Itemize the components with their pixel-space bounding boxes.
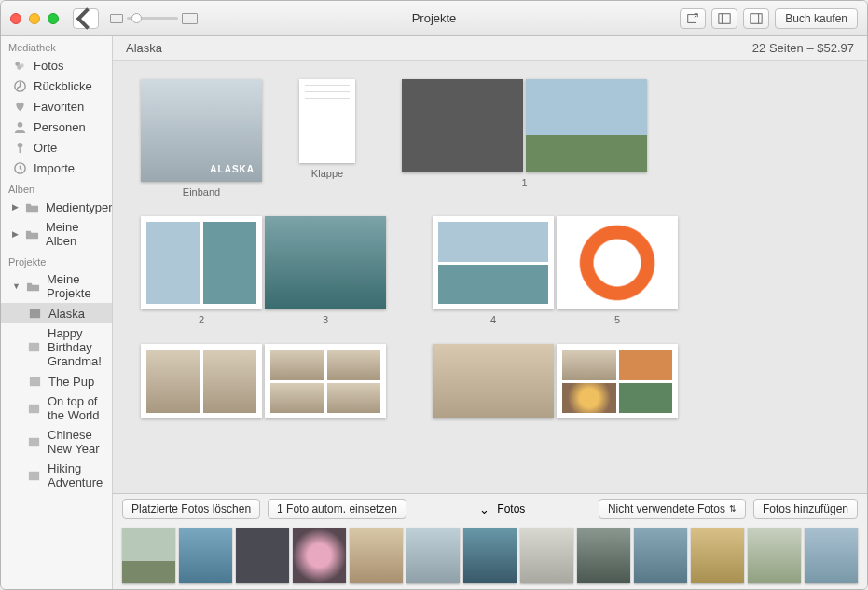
pages-grid[interactable]: ALASKA Einband Klappe xyxy=(113,61,867,493)
cover-page[interactable]: ALASKA xyxy=(141,79,262,182)
page-label: 2 xyxy=(199,314,204,325)
pin-icon xyxy=(12,140,27,155)
page-4[interactable] xyxy=(433,216,554,309)
layout-toggle-button[interactable] xyxy=(743,8,769,29)
updown-icon: ⇅ xyxy=(729,504,737,514)
strip-thumb[interactable] xyxy=(179,528,232,583)
page-9[interactable] xyxy=(557,344,678,418)
sidebar-item-imports[interactable]: Importe xyxy=(1,158,112,178)
zoom-slider[interactable] xyxy=(110,13,198,24)
strip-thumb[interactable] xyxy=(634,528,687,583)
minimize-window-button[interactable] xyxy=(29,13,40,24)
sidebar-item-world[interactable]: On top of the World xyxy=(1,391,112,425)
sidebar-item-myalbums[interactable]: ▶Meine Alben xyxy=(1,217,112,251)
cover-title-text: ALASKA xyxy=(210,164,255,174)
page-3[interactable] xyxy=(265,216,386,309)
folder-icon xyxy=(25,199,39,214)
spread-8[interactable] xyxy=(433,344,554,418)
sidebar-label: Orte xyxy=(34,141,57,155)
svg-point-7 xyxy=(17,65,21,70)
page-label: Klappe xyxy=(311,168,343,179)
page-7[interactable] xyxy=(265,344,386,418)
sidebar-item-places[interactable]: Orte xyxy=(1,137,112,158)
sidebar-item-birthday[interactable]: Happy Birthday Grandma! xyxy=(1,323,112,371)
spread-2[interactable]: 2 xyxy=(141,216,262,325)
spread-1[interactable]: 1 xyxy=(402,79,647,198)
chevron-down-icon[interactable]: ⌄ xyxy=(479,502,489,516)
strip-thumb[interactable] xyxy=(691,528,744,583)
sidebar-item-alaska[interactable]: Alaska xyxy=(1,303,112,323)
page-left[interactable] xyxy=(402,79,523,172)
spread-9[interactable] xyxy=(557,344,678,418)
strip-thumb[interactable] xyxy=(805,528,858,583)
bottom-bar: Platzierte Fotos löschen 1 Foto autom. e… xyxy=(113,493,867,590)
folder-icon xyxy=(26,279,40,294)
close-window-button[interactable] xyxy=(10,13,21,24)
spread-6[interactable] xyxy=(141,344,262,418)
clock-icon xyxy=(12,160,27,175)
sidebar-label: Rückblicke xyxy=(34,79,92,93)
auto-place-button[interactable]: 1 Foto autom. einsetzen xyxy=(268,499,406,519)
back-button[interactable] xyxy=(73,8,99,29)
book-icon xyxy=(27,306,42,321)
spread-5[interactable]: 5 xyxy=(557,216,678,325)
book-icon xyxy=(27,340,41,355)
buy-book-button[interactable]: Buch kaufen xyxy=(775,8,858,29)
strip-thumb[interactable] xyxy=(236,528,289,583)
strip-thumb[interactable] xyxy=(293,528,346,583)
photo-strip[interactable] xyxy=(113,524,867,590)
sidebar-item-myprojects[interactable]: ▼Meine Projekte xyxy=(1,269,112,303)
project-meta: 22 Seiten – $52.97 xyxy=(752,41,854,55)
strip-thumb[interactable] xyxy=(520,528,573,583)
chevron-right-icon: ▶ xyxy=(12,202,19,212)
book-icon xyxy=(27,468,41,483)
strip-thumb[interactable] xyxy=(406,528,460,583)
heart-icon xyxy=(12,99,27,114)
sidebar-item-pup[interactable]: The Pup xyxy=(1,371,112,391)
sidebar-item-people[interactable]: Personen xyxy=(1,117,112,137)
sidebar-item-mediatypes[interactable]: ▶Medientypen xyxy=(1,197,112,217)
svg-point-10 xyxy=(17,142,22,147)
sidebar-item-hiking[interactable]: Hiking Adventure xyxy=(1,459,112,492)
add-to-button[interactable] xyxy=(680,8,706,29)
strip-thumb[interactable] xyxy=(577,528,630,583)
svg-rect-14 xyxy=(29,377,39,385)
chevron-down-icon: ▼ xyxy=(12,281,20,291)
cover-spread[interactable]: ALASKA Einband xyxy=(141,79,262,198)
flap-page[interactable] xyxy=(299,79,355,163)
page-8[interactable] xyxy=(433,344,554,418)
strip-thumb[interactable] xyxy=(463,528,517,583)
svg-rect-16 xyxy=(29,437,39,446)
page-1[interactable] xyxy=(526,79,647,172)
zoom-window-button[interactable] xyxy=(48,13,59,24)
sidebar-label: Personen xyxy=(34,120,86,134)
memories-icon xyxy=(12,78,27,93)
zoom-large-icon xyxy=(182,13,198,24)
sidebar-toggle-button[interactable] xyxy=(711,8,737,29)
strip-thumb[interactable] xyxy=(122,528,175,583)
sidebar-label: Meine Alben xyxy=(46,220,104,248)
sidebar-header-albums: Alben xyxy=(1,178,112,197)
spread-3[interactable]: 3 xyxy=(265,216,386,325)
strip-thumb[interactable] xyxy=(748,528,801,583)
svg-rect-17 xyxy=(29,471,39,479)
flap-spread[interactable]: Klappe xyxy=(299,79,355,198)
sidebar-label: Hiking Adventure xyxy=(48,461,104,489)
page-5[interactable] xyxy=(557,216,678,309)
sidebar-item-favorites[interactable]: Favoriten xyxy=(1,96,112,117)
add-photos-button[interactable]: Fotos hinzufügen xyxy=(753,499,858,519)
spread-7[interactable] xyxy=(265,344,386,418)
sidebar-label: Fotos xyxy=(34,59,64,73)
strip-thumb[interactable] xyxy=(350,528,403,583)
sidebar-item-cny[interactable]: Chinese New Year xyxy=(1,425,112,459)
sidebar-item-memories[interactable]: Rückblicke xyxy=(1,75,112,96)
delete-placed-button[interactable]: Platzierte Fotos löschen xyxy=(122,499,260,519)
page-6[interactable] xyxy=(141,344,262,418)
spread-4[interactable]: 4 xyxy=(433,216,554,325)
filter-dropdown[interactable]: Nicht verwendete Fotos⇅ xyxy=(599,499,746,519)
person-icon xyxy=(12,119,27,134)
page-2[interactable] xyxy=(141,216,262,309)
sidebar-label: Alaska xyxy=(48,307,85,321)
photos-icon xyxy=(12,58,27,73)
sidebar-item-photos[interactable]: Fotos xyxy=(1,55,112,75)
